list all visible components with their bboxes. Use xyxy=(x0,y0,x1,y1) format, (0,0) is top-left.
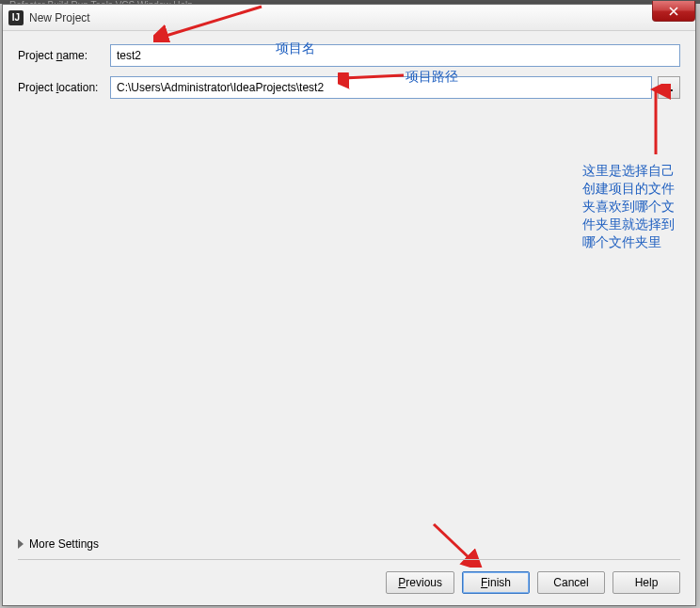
more-settings-expander[interactable]: More Settings xyxy=(18,537,99,551)
help-button[interactable]: Help xyxy=(612,571,680,594)
previous-button[interactable]: Previous xyxy=(386,571,454,594)
dialog-content: Project name: Project location: ... 项目名 … xyxy=(3,31,695,605)
titlebar: IJ New Project xyxy=(3,5,695,31)
annotation-side-note: 这里是选择自己创建项目的文件夹喜欢到哪个文件夹里就选择到哪个文件夹里 xyxy=(582,163,686,251)
close-icon xyxy=(669,7,678,16)
more-settings-label: More Settings xyxy=(29,537,99,551)
dialog-title: New Project xyxy=(29,11,90,24)
button-row: Previous Finish Cancel Help xyxy=(386,571,680,594)
chevron-right-icon xyxy=(18,539,24,549)
arrow-to-finish xyxy=(426,520,483,568)
browse-button[interactable]: ... xyxy=(658,76,680,99)
project-name-row: Project name: xyxy=(18,44,680,67)
new-project-dialog: IJ New Project Project name: Project loc… xyxy=(2,4,696,606)
project-location-row: Project location: ... xyxy=(18,76,680,99)
finish-button[interactable]: Finish xyxy=(462,571,530,594)
separator xyxy=(18,559,680,560)
project-name-label: Project name: xyxy=(18,49,110,62)
cancel-button[interactable]: Cancel xyxy=(537,571,605,594)
project-location-input[interactable] xyxy=(110,76,652,99)
project-name-input[interactable] xyxy=(110,44,680,67)
project-location-label: Project location: xyxy=(18,81,110,94)
close-button[interactable] xyxy=(652,1,695,22)
svg-line-3 xyxy=(434,524,471,560)
app-icon: IJ xyxy=(8,10,24,25)
